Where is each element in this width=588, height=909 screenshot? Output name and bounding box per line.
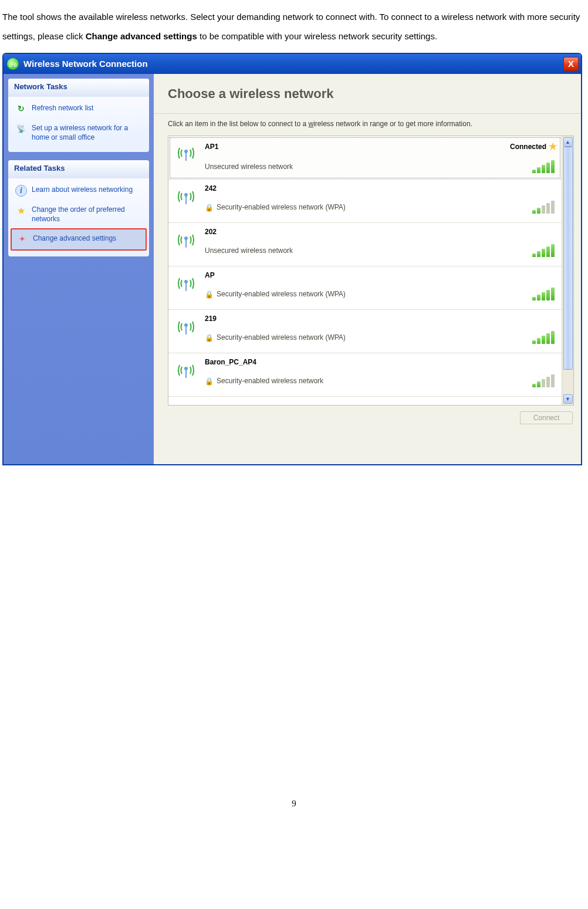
setup-icon <box>15 123 27 135</box>
svg-rect-9 <box>185 326 187 334</box>
main-subtext: Click an item in the list below to conne… <box>154 114 581 136</box>
window-title: Wireless Network Connection <box>23 58 148 70</box>
title-bar[interactable]: Wireless Network Connection X <box>4 54 581 74</box>
intro-bold: Change advanced settings <box>86 31 197 41</box>
network-security: Security-enabled wireless network <box>205 377 323 386</box>
antenna-icon <box>173 270 199 295</box>
connected-status: Connected ★ <box>510 141 557 153</box>
network-item[interactable]: 242Security-enabled wireless network (WP… <box>168 180 562 223</box>
refresh-icon <box>15 103 27 115</box>
network-item[interactable]: 202Unsecured wireless network <box>168 223 562 266</box>
network-ssid: AP <box>205 271 215 281</box>
signal-strength <box>532 289 557 300</box>
change-advanced-settings[interactable]: Change advanced settings <box>11 228 147 251</box>
learn-label: Learn about wireless networking <box>32 185 133 194</box>
instruction-paragraph: The tool shows the available wireless ne… <box>2 7 586 46</box>
scroll-up-button[interactable]: ▲ <box>563 137 573 147</box>
lock-icon <box>205 334 213 342</box>
wireless-connection-window: Wireless Network Connection X Network Ta… <box>2 53 582 465</box>
star-icon <box>15 205 27 217</box>
setup-wireless-network[interactable]: Set up a wireless network for a home or … <box>11 119 147 146</box>
wireless-icon <box>7 58 19 70</box>
svg-rect-11 <box>185 370 187 378</box>
antenna-icon <box>173 140 199 165</box>
network-ssid: 219 <box>205 315 217 324</box>
network-ssid: 202 <box>205 228 217 237</box>
svg-rect-5 <box>185 239 187 248</box>
svg-rect-7 <box>185 283 187 291</box>
network-security: Security-enabled wireless network (WPA) <box>205 333 346 343</box>
order-label: Change the order of preferred networks <box>32 205 142 224</box>
advanced-icon <box>16 234 28 245</box>
lock-icon <box>205 377 213 386</box>
network-list[interactable]: AP1Connected ★Unsecured wireless network… <box>168 136 562 405</box>
network-item[interactable]: APSecurity-enabled wireless network (WPA… <box>168 266 562 310</box>
network-security: Security-enabled wireless network (WPA) <box>205 203 346 212</box>
related-tasks-title: Related Tasks <box>8 160 149 178</box>
network-ssid: Baron_PC_AP4 <box>205 358 256 367</box>
network-item[interactable]: 219Security-enabled wireless network (WP… <box>168 310 562 353</box>
network-item[interactable]: Baron_PC_AP4Security-enabled wireless ne… <box>168 353 562 397</box>
page-number: 9 <box>2 794 586 813</box>
info-icon <box>15 185 27 197</box>
sub-post: ireless network in range or to get more … <box>313 120 472 128</box>
lock-icon <box>205 290 213 299</box>
network-item[interactable]: AP1Connected ★Unsecured wireless network <box>168 136 562 180</box>
footer-bar: Connect <box>154 405 581 430</box>
svg-rect-1 <box>185 153 187 161</box>
signal-strength <box>532 245 557 257</box>
related-tasks-body: Learn about wireless networking Change t… <box>8 178 149 256</box>
network-ssid: 242 <box>205 184 217 194</box>
refresh-label: Refresh network list <box>32 103 93 113</box>
lock-icon <box>205 204 213 212</box>
close-button[interactable]: X <box>563 57 579 71</box>
signal-strength <box>532 202 557 214</box>
scrollbar[interactable]: ▲ ▼ <box>562 136 573 405</box>
related-tasks-panel: Related Tasks Learn about wireless netwo… <box>8 160 149 256</box>
antenna-icon <box>173 357 199 382</box>
setup-label: Set up a wireless network for a home or … <box>32 123 142 142</box>
scroll-down-button[interactable]: ▼ <box>563 394 573 404</box>
svg-rect-3 <box>185 196 187 204</box>
signal-strength <box>532 376 557 387</box>
sub-pre: Click an item in the list below to conne… <box>168 120 308 128</box>
sub-underline: w <box>308 120 313 128</box>
favorite-star-icon: ★ <box>549 141 557 153</box>
advanced-label: Change advanced settings <box>33 234 116 243</box>
connect-button[interactable]: Connect <box>520 411 573 424</box>
signal-strength <box>532 332 557 344</box>
network-tasks-title: Network Tasks <box>8 79 149 97</box>
sidebar: Network Tasks Refresh network list Set u… <box>4 74 154 464</box>
window-body: Network Tasks Refresh network list Set u… <box>4 74 581 464</box>
refresh-network-list[interactable]: Refresh network list <box>11 99 147 119</box>
network-tasks-panel: Network Tasks Refresh network list Set u… <box>8 79 149 152</box>
antenna-icon <box>173 313 199 339</box>
scroll-track[interactable] <box>563 147 573 394</box>
main-heading: Choose a wireless network <box>154 74 581 114</box>
network-security: Unsecured wireless network <box>205 163 293 172</box>
intro-text-2: to be compatible with your wireless netw… <box>197 31 437 41</box>
main-pane: Choose a wireless network Click an item … <box>154 74 581 464</box>
network-tasks-body: Refresh network list Set up a wireless n… <box>8 97 149 152</box>
antenna-icon <box>173 183 199 208</box>
learn-wireless[interactable]: Learn about wireless networking <box>11 181 147 201</box>
network-ssid: AP1 <box>205 143 218 152</box>
scroll-thumb[interactable] <box>563 147 573 370</box>
signal-strength <box>532 161 557 173</box>
network-security: Security-enabled wireless network (WPA) <box>205 290 346 299</box>
antenna-icon <box>173 227 199 252</box>
network-list-container: AP1Connected ★Unsecured wireless network… <box>168 136 574 405</box>
change-order-networks[interactable]: Change the order of preferred networks <box>11 201 147 228</box>
network-security: Unsecured wireless network <box>205 246 293 256</box>
